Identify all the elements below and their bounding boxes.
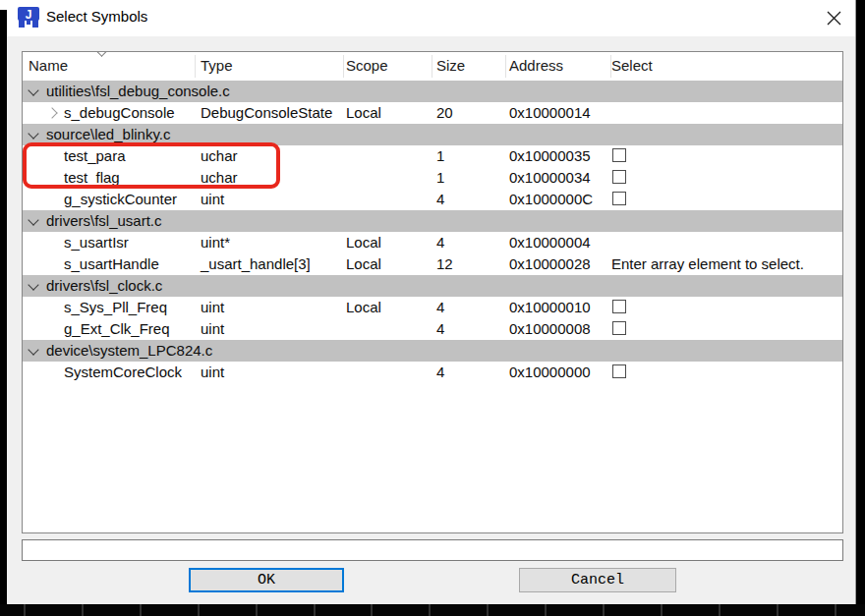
symbol-size: 20 [436, 102, 453, 124]
symbol-name: test_para [64, 145, 126, 167]
symbol-row[interactable]: s_usartIsruint*Local40x10000004 [23, 232, 842, 253]
select-checkbox[interactable] [612, 300, 626, 313]
symbol-row[interactable]: g_Ext_Clk_Frequint40x10000008 [23, 318, 842, 340]
symbol-type: uchar [201, 145, 238, 167]
symbol-address: 0x10000008 [509, 318, 591, 340]
file-name: drivers\fsl_clock.c [46, 275, 162, 297]
desktop-tick [429, 604, 431, 616]
select-checkbox[interactable] [612, 148, 626, 162]
symbol-type: uint [201, 362, 224, 383]
file-group-row[interactable]: drivers\fsl_clock.c [23, 275, 842, 297]
column-header-type[interactable]: Type [201, 57, 233, 74]
file-group-row[interactable]: drivers\fsl_usart.c [23, 210, 842, 232]
column-header-name[interactable]: Name [29, 57, 68, 74]
symbol-row[interactable]: g_systickCounteruint40x1000000C [23, 189, 842, 210]
symbol-type: uint* [201, 232, 230, 253]
symbol-address: 0x10000010 [509, 297, 591, 318]
close-icon[interactable] [826, 10, 842, 27]
jlink-app-icon: J [18, 7, 39, 28]
table-header: NameTypeScopeSizeAddressSelect [23, 52, 842, 81]
symbol-row[interactable]: s_Sys_Pll_FrequintLocal40x10000010 [23, 297, 842, 318]
symbol-scope: Local [346, 297, 381, 318]
symbol-size: 4 [436, 362, 444, 383]
symbol-row[interactable]: test_parauchar10x10000035 [23, 145, 842, 167]
symbol-address: 0x10000028 [509, 253, 591, 275]
symbol-name: test_flag [64, 167, 120, 189]
select-checkbox[interactable] [612, 170, 626, 184]
background-sliver [0, 0, 7, 10]
symbol-size: 4 [436, 189, 444, 210]
symbol-name: SystemCoreClock [64, 362, 182, 383]
symbol-type: uint [201, 297, 224, 318]
ok-button[interactable]: OK [189, 568, 344, 592]
header-separator [343, 55, 344, 78]
file-name: drivers\fsl_usart.c [46, 210, 162, 232]
select-hint-text: Enter array element to select. [611, 253, 804, 275]
symbol-type: uint [201, 318, 224, 340]
desktop-tick [82, 604, 84, 616]
svg-text:J: J [26, 8, 32, 22]
symbol-entry-input[interactable] [22, 539, 843, 561]
header-separator [610, 55, 611, 78]
symbol-address: 0x10000014 [509, 102, 591, 124]
symbol-size: 4 [436, 297, 444, 318]
symbol-scope: Local [346, 253, 381, 275]
file-group-row[interactable]: utilities\fsl_debug_console.c [23, 81, 842, 102]
desktop-tick [198, 604, 200, 616]
select-checkbox[interactable] [612, 364, 626, 378]
chevron-down-icon[interactable] [28, 214, 38, 225]
file-name: device\system_LPC824.c [46, 340, 212, 362]
chevron-down-icon[interactable] [28, 84, 38, 95]
symbol-address: 0x10000004 [509, 232, 591, 253]
desktop-tick [835, 604, 836, 616]
column-header-select[interactable]: Select [611, 57, 653, 74]
symbol-row[interactable]: s_debugConsoleDebugConsoleStateLocal200x… [23, 102, 842, 124]
file-name: utilities\fsl_debug_console.c [46, 81, 230, 102]
symbol-name: g_systickCounter [64, 189, 177, 210]
symbol-type: _usart_handle[3] [201, 253, 311, 275]
column-header-scope[interactable]: Scope [346, 57, 388, 74]
desktop-tick [140, 604, 142, 616]
symbol-name: s_Sys_Pll_Freq [64, 297, 167, 318]
chevron-down-icon[interactable] [28, 128, 38, 139]
chevron-down-icon[interactable] [28, 344, 38, 355]
symbols-table: NameTypeScopeSizeAddressSelect utilities… [22, 51, 843, 533]
chevron-right-icon[interactable] [46, 107, 57, 118]
window-title: Select Symbols [46, 8, 147, 25]
cancel-button[interactable]: Cancel [519, 568, 676, 592]
symbol-address: 0x10000034 [509, 167, 591, 189]
symbol-size: 4 [436, 318, 444, 340]
desktop-tick [371, 604, 373, 616]
desktop-tick [545, 604, 547, 616]
file-group-row[interactable]: device\system_LPC824.c [23, 340, 842, 362]
sort-indicator-icon[interactable] [95, 51, 108, 57]
symbol-row[interactable]: s_usartHandle_usart_handle[3]Local120x10… [23, 253, 842, 275]
taskbar-strip [0, 604, 865, 616]
header-separator [505, 55, 506, 78]
file-name: source\led_blinky.c [46, 124, 170, 145]
select-checkbox[interactable] [612, 192, 626, 205]
column-header-address[interactable]: Address [509, 57, 563, 74]
symbol-type: uchar [201, 167, 238, 189]
desktop-tick [487, 604, 489, 616]
symbol-name: s_debugConsole [64, 102, 175, 124]
header-separator [432, 55, 432, 78]
desktop-tick [719, 604, 721, 616]
desktop-tick [661, 604, 663, 616]
file-group-row[interactable]: source\led_blinky.c [23, 124, 842, 145]
symbol-name: s_usartIsr [64, 232, 129, 253]
symbol-address: 0x1000000C [509, 189, 593, 210]
column-header-size[interactable]: Size [436, 57, 465, 74]
title-bar[interactable]: J Select Symbols [7, 0, 855, 36]
desktop-tick [603, 604, 605, 616]
select-checkbox[interactable] [612, 321, 626, 335]
desktop-tick [314, 604, 316, 616]
symbol-row[interactable]: SystemCoreClockuint40x10000000 [23, 362, 842, 383]
chevron-down-icon[interactable] [28, 279, 38, 290]
desktop-tick [777, 604, 778, 616]
symbol-row[interactable]: test_flaguchar10x10000034 [23, 167, 842, 189]
symbol-scope: Local [346, 232, 381, 253]
select-symbols-dialog: J Select Symbols NameTypeScopeSizeAddres… [7, 0, 856, 604]
symbol-address: 0x10000000 [509, 362, 591, 383]
symbol-address: 0x10000035 [509, 145, 591, 167]
